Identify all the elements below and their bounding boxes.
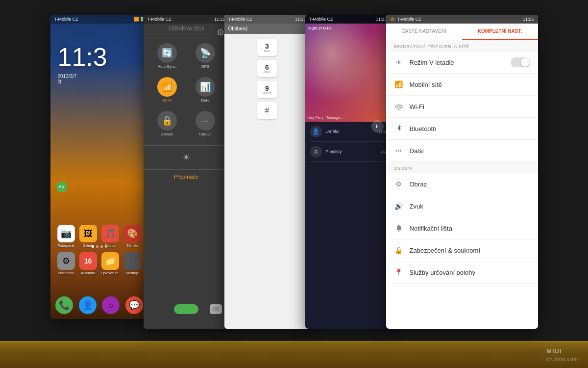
personal-section-header: OSOBNÍ — [386, 162, 538, 173]
dial-row-2: 6 MNO — [229, 60, 305, 77]
phone-icon: 📞 — [55, 296, 73, 314]
dot-3 — [100, 245, 103, 248]
dock-contacts[interactable]: 👤 — [79, 296, 97, 314]
dot-2 — [96, 245, 98, 248]
brightness-item[interactable]: ☀ — [180, 148, 193, 167]
zabezpeceni-item[interactable]: 🔒 Zabezpečení & soukromí — [386, 239, 538, 262]
bottom-dock: 📞 👤 ○ 💬 — [50, 294, 148, 316]
status-bar-3: T-Mobile CZ 11:23 — [224, 15, 310, 24]
app-temata[interactable]: 🎨 Témata — [123, 225, 141, 247]
key-6[interactable]: 6 MNO — [257, 60, 277, 77]
key-3-num: 3 — [265, 43, 269, 50]
lock-date-value: 2013/3/7 — [58, 74, 77, 79]
accept-button[interactable] — [174, 304, 198, 314]
delete-button[interactable]: ⌫ — [210, 304, 222, 314]
mobile-networks-item[interactable]: 📶 Mobilní sítě — [386, 74, 538, 96]
wifi-item[interactable]: Wi-Fi — [386, 96, 538, 118]
settings-panel: 🔆 T-Mobile CZ 11:25 ČASTÉ NASTAVENÍ KOMP… — [386, 15, 538, 329]
phone-controls: T-Mobile CZ 11:22 ⚙ ČERVENA 2013 🔄 Auto … — [144, 15, 229, 329]
data-control[interactable]: 📊 Data — [187, 73, 224, 106]
dialer-screen: T-Mobile CZ 11:23 Oblíbený 3 DEF 6 MNO — [224, 15, 310, 329]
app-hudba[interactable]: 🎵 Hudba — [101, 225, 119, 247]
settings-carrier: 🔆 T-Mobile CZ — [390, 17, 421, 22]
lock-date: 2013/3/7 čt — [58, 74, 77, 84]
watermark: MIUI en.miui.com — [546, 347, 578, 362]
autosync-control[interactable]: 🔄 Auto Sync. — [148, 39, 186, 73]
quick-controls: 🔄 Auto Sync. 📡 GPS 📶 Wi-Fi 📊 Data 🔒 — [144, 34, 229, 145]
zvuk-item[interactable]: 🔊 Zvuk — [386, 195, 538, 217]
playlists-item[interactable]: ♫ Playlisty (4) — [310, 142, 386, 162]
airplane-label: Režim V letadle — [410, 59, 505, 66]
dial-row-1: 3 DEF — [229, 39, 305, 56]
settings-tab-bar: ČASTÉ NASTAVENÍ KOMPLETNÍ NAST. — [386, 24, 538, 40]
obraz-item[interactable]: ⚙ Obraz — [386, 173, 538, 195]
bluetooth-icon — [394, 124, 404, 133]
app-nastroje[interactable]: Nástroje — [123, 252, 141, 275]
lock-control[interactable]: 🔒 Zámek — [148, 107, 186, 140]
contacts-icon: 👤 — [79, 296, 97, 314]
app-nastaveni[interactable]: ⚙ Nastavení — [57, 252, 75, 275]
gps-control[interactable]: 📡 GPS — [187, 39, 224, 73]
playlists-count: (4) — [381, 150, 386, 154]
obraz-icon: ⚙ — [394, 179, 404, 189]
app-kalendar[interactable]: 16 Kalendář — [79, 252, 97, 275]
key-3[interactable]: 3 DEF — [257, 39, 277, 56]
dock-messages[interactable]: 💬 — [125, 296, 143, 314]
dot-4 — [105, 245, 107, 248]
bottom-bar — [0, 341, 588, 368]
obraz-label: Obraz — [410, 181, 530, 188]
app-fotoaparat[interactable]: 📷 Fotoaparát — [57, 225, 75, 247]
key-9[interactable]: 9 WXYZ — [257, 81, 277, 98]
dialer-tab: Oblíbený — [228, 26, 248, 31]
nastroje-label: Nástroje — [126, 271, 139, 275]
svg-point-0 — [398, 231, 399, 232]
airplane-mode-item[interactable]: ✈ Režim V letadle — [386, 52, 538, 74]
data-icon: 📊 — [196, 77, 215, 97]
wifi-icon: 📶 — [157, 77, 177, 97]
settings-gear-icon[interactable]: ⚙ — [217, 27, 224, 38]
artist-overlay: Katy Perry - Teenage... — [308, 116, 343, 119]
lock-time: 11:3 — [58, 44, 107, 70]
app-row-2: ⚙ Nastavení 16 Kalendář 📁 Správce so. — [55, 252, 144, 275]
time-4: 11:23 — [376, 17, 387, 22]
bluetooth-item[interactable]: Bluetooth — [386, 118, 538, 140]
lock-icon: 🔒 — [157, 111, 177, 131]
airplane-icon: ✈ — [394, 57, 404, 67]
fotoaparat-label: Fotoaparát — [58, 244, 74, 247]
sluzby-item[interactable]: 📍 Služby určování polohy — [386, 262, 538, 284]
nastroje-icon — [123, 252, 141, 270]
phone-dialer: T-Mobile CZ 11:23 Oblíbený 3 DEF 6 MNO — [224, 15, 310, 329]
dial-row-4: # — [229, 102, 305, 119]
dalsi-icon: ••• — [394, 146, 404, 156]
play-pause-button[interactable]: ⏸ — [371, 120, 384, 132]
lockscreen-screen: T-Mobile CZ 📶🔋 11:3 2013/3/7 čt 64 📷 Fot… — [50, 15, 148, 319]
app-grid: 📷 Fotoaparát 🖼 Galerie 🎵 Hudba 🎨 Témata — [50, 225, 148, 280]
sluzby-label: Služby určování polohy — [410, 269, 530, 276]
tab-caste[interactable]: ČASTÉ NASTAVENÍ — [386, 24, 462, 40]
app-spravce[interactable]: 📁 Správce so. — [101, 252, 119, 275]
artists-icon: 👤 — [310, 126, 322, 137]
temata-label: Témata — [126, 244, 138, 247]
wifi-settings-icon — [394, 102, 404, 111]
app-galerie[interactable]: 🖼 Galerie — [79, 225, 97, 247]
dalsi-item[interactable]: ••• Další — [386, 140, 538, 162]
playlists-icon: ♫ — [310, 146, 322, 158]
airplane-toggle[interactable] — [511, 57, 530, 67]
notifikace-icon — [394, 223, 404, 233]
dock-browser[interactable]: ○ — [102, 296, 120, 314]
key-hash[interactable]: # — [257, 102, 277, 119]
upravit-control[interactable]: ··· Upravit — [187, 107, 224, 140]
carrier-name-2: T-Mobile CZ — [147, 17, 172, 22]
album-art: Night (T.G.I.F. Katy Perry - Teenage... — [305, 24, 391, 122]
autosync-label: Auto Sync. — [158, 64, 177, 69]
lock-label: Zámek — [161, 132, 173, 136]
wifi-control[interactable]: 📶 Wi-Fi — [148, 73, 186, 106]
dock-phone[interactable]: 📞 — [55, 296, 73, 314]
upravit-icon: ··· — [196, 111, 215, 131]
switches-label: Přepínače — [144, 169, 229, 184]
zvuk-icon: 🔊 — [394, 201, 404, 211]
tab-kompletni[interactable]: KOMPLETNÍ NAST. — [462, 24, 538, 40]
data-label: Data — [201, 98, 210, 103]
signal-icons-1: 📶🔋 — [134, 17, 145, 22]
notifikace-item[interactable]: Notifikační lišta — [386, 217, 538, 239]
